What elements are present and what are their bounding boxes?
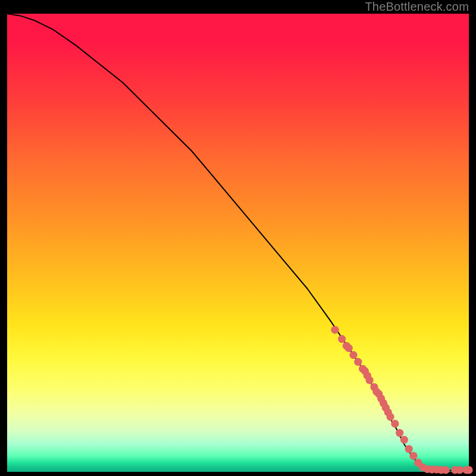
scatter-point xyxy=(396,429,403,437)
chart-root: TheBottleneck.com xyxy=(0,0,476,476)
scatter-point xyxy=(331,326,339,334)
scatter-point xyxy=(409,452,417,459)
scatter-point xyxy=(442,466,450,474)
scatter-point xyxy=(345,344,353,352)
scatter-point xyxy=(391,420,399,428)
chart-svg xyxy=(7,14,469,472)
scatter-point xyxy=(366,376,374,384)
scatter-point xyxy=(338,335,346,343)
scatter-point xyxy=(465,466,472,474)
attribution-text: TheBottleneck.com xyxy=(365,0,469,14)
scatter-point xyxy=(456,466,464,474)
bottleneck-curve xyxy=(7,14,469,471)
scatter-point xyxy=(400,436,408,443)
scatter-point xyxy=(354,358,362,366)
scatter-point xyxy=(386,413,394,421)
scatter-point xyxy=(349,351,357,359)
scatter-markers xyxy=(331,326,472,474)
scatter-point xyxy=(405,445,413,453)
plot-area xyxy=(7,14,469,472)
